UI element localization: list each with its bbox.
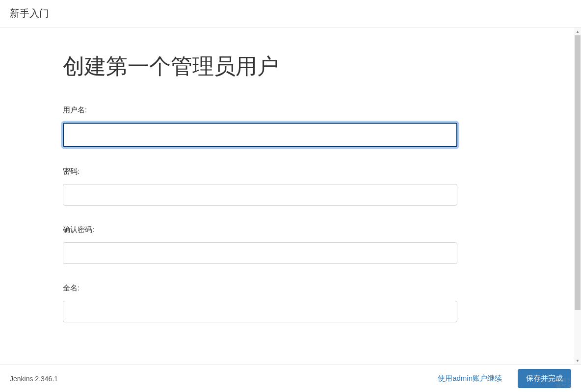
save-and-finish-button[interactable]: 保存并完成 xyxy=(518,369,571,388)
form-container: 创建第一个管理员用户 用户名: 密码: 确认密码: 全名: xyxy=(0,27,520,365)
page-title: 创建第一个管理员用户 xyxy=(63,52,457,81)
confirm-password-label: 确认密码: xyxy=(63,225,457,235)
scrollbar[interactable]: ▲ ▼ xyxy=(574,27,581,365)
footer-actions: 使用admin账户继续 保存并完成 xyxy=(432,369,571,388)
wizard-header-title: 新手入门 xyxy=(10,7,49,20)
confirm-password-group: 确认密码: xyxy=(63,225,457,264)
continue-as-admin-link[interactable]: 使用admin账户继续 xyxy=(432,370,508,387)
fullname-input[interactable] xyxy=(63,301,457,322)
wizard-footer: Jenkins 2.346.1 使用admin账户继续 保存并完成 xyxy=(0,365,581,392)
username-input[interactable] xyxy=(63,123,457,147)
scroll-up-icon[interactable]: ▲ xyxy=(574,27,581,35)
password-group: 密码: xyxy=(63,167,457,206)
password-label: 密码: xyxy=(63,167,457,176)
content-scroll-area[interactable]: 创建第一个管理员用户 用户名: 密码: 确认密码: 全名: xyxy=(0,27,574,365)
wizard-header: 新手入门 xyxy=(0,0,581,27)
username-label: 用户名: xyxy=(63,105,457,115)
version-label: Jenkins 2.346.1 xyxy=(10,375,58,383)
fullname-label: 全名: xyxy=(63,284,457,293)
scroll-thumb[interactable] xyxy=(575,35,581,310)
confirm-password-input[interactable] xyxy=(63,242,457,264)
username-group: 用户名: xyxy=(63,105,457,147)
password-input[interactable] xyxy=(63,184,457,206)
fullname-group: 全名: xyxy=(63,284,457,322)
scroll-down-icon[interactable]: ▼ xyxy=(574,357,581,365)
